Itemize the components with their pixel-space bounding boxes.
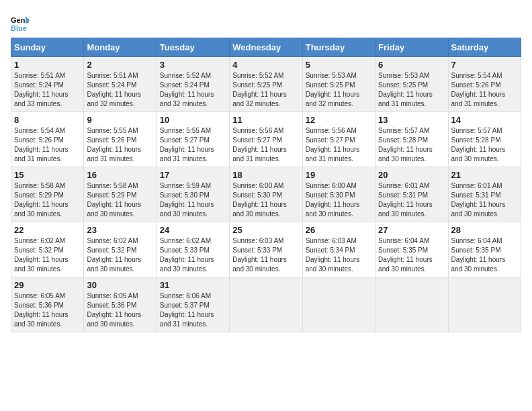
calendar-cell: 25Sunrise: 6:03 AMSunset: 5:33 PMDayligh… — [230, 222, 302, 277]
calendar-cell: 6Sunrise: 5:53 AMSunset: 5:25 PMDaylight… — [375, 57, 448, 112]
calendar-cell: 23Sunrise: 6:02 AMSunset: 5:32 PMDayligh… — [84, 222, 157, 277]
calendar-cell: 5Sunrise: 5:53 AMSunset: 5:25 PMDaylight… — [302, 57, 375, 112]
calendar-cell: 2Sunrise: 5:51 AMSunset: 5:24 PMDaylight… — [84, 57, 157, 112]
svg-text:Blue: Blue — [11, 24, 27, 32]
day-info: Sunrise: 6:03 AMSunset: 5:34 PMDaylight:… — [306, 237, 360, 273]
day-info: Sunrise: 6:02 AMSunset: 5:32 PMDaylight:… — [87, 237, 141, 273]
calendar-cell: 30Sunrise: 6:05 AMSunset: 5:36 PMDayligh… — [84, 277, 157, 332]
day-info: Sunrise: 5:57 AMSunset: 5:28 PMDaylight:… — [378, 127, 433, 163]
calendar-cell: 7Sunrise: 5:54 AMSunset: 5:26 PMDaylight… — [448, 57, 521, 112]
day-info: Sunrise: 6:06 AMSunset: 5:37 PMDaylight:… — [160, 292, 214, 328]
day-number: 17 — [160, 170, 226, 180]
col-saturday: Saturday — [448, 38, 521, 57]
calendar-week-row: 29Sunrise: 6:05 AMSunset: 5:36 PMDayligh… — [11, 277, 521, 332]
col-thursday: Thursday — [302, 38, 375, 57]
day-info: Sunrise: 5:53 AMSunset: 5:25 PMDaylight:… — [378, 72, 433, 107]
day-info: Sunrise: 5:52 AMSunset: 5:25 PMDaylight:… — [232, 72, 287, 107]
day-number: 2 — [87, 60, 153, 70]
calendar-cell — [230, 277, 302, 332]
day-info: Sunrise: 6:00 AMSunset: 5:30 PMDaylight:… — [306, 182, 360, 218]
calendar-cell: 13Sunrise: 5:57 AMSunset: 5:28 PMDayligh… — [375, 112, 448, 167]
calendar-cell: 21Sunrise: 6:01 AMSunset: 5:31 PMDayligh… — [448, 167, 521, 222]
col-tuesday: Tuesday — [157, 38, 229, 57]
day-number: 31 — [160, 280, 226, 290]
day-info: Sunrise: 5:58 AMSunset: 5:29 PMDaylight:… — [87, 182, 141, 218]
calendar-cell: 15Sunrise: 5:58 AMSunset: 5:29 PMDayligh… — [11, 167, 84, 222]
day-number: 1 — [14, 60, 81, 70]
day-number: 5 — [306, 60, 372, 70]
day-info: Sunrise: 5:56 AMSunset: 5:27 PMDaylight:… — [306, 127, 360, 163]
calendar-cell: 20Sunrise: 6:01 AMSunset: 5:31 PMDayligh… — [375, 167, 448, 222]
calendar-cell: 8Sunrise: 5:54 AMSunset: 5:26 PMDaylight… — [11, 112, 84, 167]
day-info: Sunrise: 5:53 AMSunset: 5:25 PMDaylight:… — [306, 72, 360, 107]
calendar-header-row: Sunday Monday Tuesday Wednesday Thursday… — [11, 38, 521, 57]
day-number: 25 — [232, 225, 299, 235]
day-number: 22 — [14, 225, 81, 235]
day-info: Sunrise: 6:04 AMSunset: 5:35 PMDaylight:… — [451, 237, 506, 273]
day-info: Sunrise: 6:05 AMSunset: 5:36 PMDaylight:… — [87, 292, 141, 328]
day-info: Sunrise: 5:57 AMSunset: 5:28 PMDaylight:… — [451, 127, 506, 163]
day-info: Sunrise: 5:58 AMSunset: 5:29 PMDaylight:… — [14, 182, 69, 218]
day-info: Sunrise: 5:51 AMSunset: 5:24 PMDaylight:… — [87, 72, 141, 107]
calendar-cell: 9Sunrise: 5:55 AMSunset: 5:26 PMDaylight… — [84, 112, 157, 167]
day-number: 15 — [14, 170, 81, 180]
day-info: Sunrise: 5:55 AMSunset: 5:27 PMDaylight:… — [160, 127, 214, 163]
col-monday: Monday — [84, 38, 157, 57]
calendar-cell: 10Sunrise: 5:55 AMSunset: 5:27 PMDayligh… — [157, 112, 229, 167]
day-number: 9 — [87, 115, 153, 125]
calendar-cell — [375, 277, 448, 332]
calendar-cell: 19Sunrise: 6:00 AMSunset: 5:30 PMDayligh… — [302, 167, 375, 222]
day-number: 30 — [87, 280, 153, 290]
day-number: 14 — [451, 115, 518, 125]
col-wednesday: Wednesday — [230, 38, 302, 57]
day-number: 16 — [87, 170, 153, 180]
calendar-cell: 3Sunrise: 5:52 AMSunset: 5:24 PMDaylight… — [157, 57, 229, 112]
calendar-week-row: 1Sunrise: 5:51 AMSunset: 5:24 PMDaylight… — [11, 57, 521, 112]
page-header: General Blue — [11, 11, 521, 32]
day-info: Sunrise: 6:02 AMSunset: 5:32 PMDaylight:… — [14, 237, 69, 273]
day-number: 4 — [232, 60, 299, 70]
day-info: Sunrise: 5:51 AMSunset: 5:24 PMDaylight:… — [14, 72, 69, 107]
day-info: Sunrise: 6:02 AMSunset: 5:33 PMDaylight:… — [160, 237, 214, 273]
day-number: 12 — [306, 115, 372, 125]
day-number: 6 — [378, 60, 445, 70]
calendar-cell: 18Sunrise: 6:00 AMSunset: 5:30 PMDayligh… — [230, 167, 302, 222]
calendar-table: Sunday Monday Tuesday Wednesday Thursday… — [11, 38, 521, 332]
day-number: 19 — [306, 170, 372, 180]
calendar-cell: 4Sunrise: 5:52 AMSunset: 5:25 PMDaylight… — [230, 57, 302, 112]
calendar-week-row: 8Sunrise: 5:54 AMSunset: 5:26 PMDaylight… — [11, 112, 521, 167]
calendar-week-row: 22Sunrise: 6:02 AMSunset: 5:32 PMDayligh… — [11, 222, 521, 277]
day-info: Sunrise: 5:52 AMSunset: 5:24 PMDaylight:… — [160, 72, 214, 107]
day-info: Sunrise: 6:03 AMSunset: 5:33 PMDaylight:… — [232, 237, 287, 273]
day-number: 8 — [14, 115, 81, 125]
calendar-cell: 14Sunrise: 5:57 AMSunset: 5:28 PMDayligh… — [448, 112, 521, 167]
calendar-week-row: 15Sunrise: 5:58 AMSunset: 5:29 PMDayligh… — [11, 167, 521, 222]
day-number: 13 — [378, 115, 445, 125]
day-info: Sunrise: 5:54 AMSunset: 5:26 PMDaylight:… — [451, 72, 506, 107]
day-number: 20 — [378, 170, 445, 180]
day-number: 21 — [451, 170, 518, 180]
day-number: 27 — [378, 225, 445, 235]
day-number: 29 — [14, 280, 81, 290]
day-number: 28 — [451, 225, 518, 235]
col-friday: Friday — [375, 38, 448, 57]
day-info: Sunrise: 5:56 AMSunset: 5:27 PMDaylight:… — [232, 127, 287, 163]
calendar-cell: 1Sunrise: 5:51 AMSunset: 5:24 PMDaylight… — [11, 57, 84, 112]
logo-icon: General Blue — [11, 13, 30, 32]
calendar-cell: 22Sunrise: 6:02 AMSunset: 5:32 PMDayligh… — [11, 222, 84, 277]
calendar-cell: 12Sunrise: 5:56 AMSunset: 5:27 PMDayligh… — [302, 112, 375, 167]
day-info: Sunrise: 6:05 AMSunset: 5:36 PMDaylight:… — [14, 292, 69, 328]
day-info: Sunrise: 6:01 AMSunset: 5:31 PMDaylight:… — [451, 182, 506, 218]
calendar-cell: 16Sunrise: 5:58 AMSunset: 5:29 PMDayligh… — [84, 167, 157, 222]
day-number: 3 — [160, 60, 226, 70]
day-info: Sunrise: 5:59 AMSunset: 5:30 PMDaylight:… — [160, 182, 214, 218]
calendar-cell: 26Sunrise: 6:03 AMSunset: 5:34 PMDayligh… — [302, 222, 375, 277]
calendar-cell — [448, 277, 521, 332]
day-info: Sunrise: 6:04 AMSunset: 5:35 PMDaylight:… — [378, 237, 433, 273]
day-info: Sunrise: 5:55 AMSunset: 5:26 PMDaylight:… — [87, 127, 141, 163]
calendar-cell: 17Sunrise: 5:59 AMSunset: 5:30 PMDayligh… — [157, 167, 229, 222]
logo: General Blue — [11, 13, 31, 32]
calendar-cell — [302, 277, 375, 332]
day-number: 11 — [232, 115, 299, 125]
day-info: Sunrise: 6:00 AMSunset: 5:30 PMDaylight:… — [232, 182, 287, 218]
